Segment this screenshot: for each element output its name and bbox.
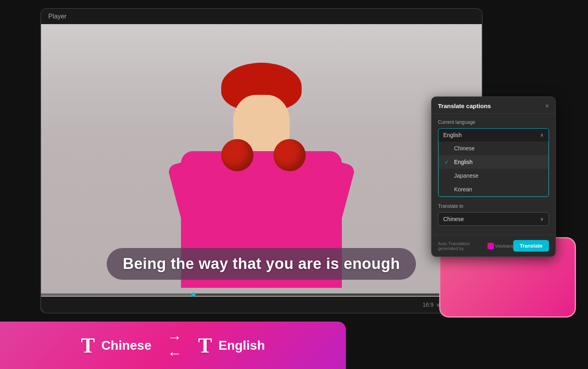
selected-language-text: English: [443, 132, 462, 138]
auto-translation-info: Auto Translation generated by Voictrans: [438, 241, 513, 251]
monitor-title-bar: Player: [41, 9, 482, 24]
panel-title: Translate captions: [438, 102, 491, 109]
auto-translation-label: Auto Translation generated by: [438, 241, 486, 251]
language-option-korean-label: Korean: [454, 186, 472, 193]
target-lang-label: English: [218, 338, 265, 353]
dropdown-selected-value[interactable]: English ∧: [438, 129, 549, 141]
source-lang-label: Chinese: [101, 338, 151, 353]
aspect-ratio-label: 16:9: [423, 301, 434, 308]
translate-panel: Translate captions × Current language En…: [431, 96, 556, 257]
translate-to-value: Chinese: [443, 216, 464, 222]
video-area: Being the way that you are is enough: [41, 24, 482, 312]
monitor-bottom-bar: 16:9 ∨ ⛶: [41, 297, 482, 313]
voictrans-brand-name: Voictrans: [495, 244, 513, 248]
progress-indicator: [191, 293, 195, 297]
dropdown-arrow-up-icon: ∧: [540, 132, 544, 138]
close-button[interactable]: ×: [545, 103, 549, 109]
scene: Player Being the way that you are is eno…: [0, 0, 588, 369]
target-t-icon: T: [198, 334, 212, 357]
current-language-label: Current language: [438, 119, 549, 125]
panel-footer: Auto Translation generated by Voictrans …: [432, 235, 555, 256]
monitor: Player Being the way that you are is eno…: [40, 8, 483, 314]
translate-to-section: Translate to Chinese ∨: [438, 203, 549, 226]
target-lang-block: T English: [198, 334, 265, 357]
source-lang-block: T Chinese: [81, 334, 151, 357]
translate-to-arrow-icon: ∨: [540, 216, 544, 222]
current-language-dropdown[interactable]: English ∧ Chinese ✓ English Japanese: [438, 128, 549, 197]
language-option-japanese[interactable]: Japanese: [439, 169, 548, 182]
rose-right: [273, 139, 306, 171]
caption-overlay: Being the way that you are is enough: [107, 248, 416, 280]
voictrans-logo: Voictrans: [487, 243, 513, 249]
language-option-chinese-label: Chinese: [454, 145, 475, 152]
translate-to-label: Translate to: [438, 203, 549, 209]
arrow-left-icon: ←: [167, 346, 182, 361]
translation-bar: T Chinese → ← T English: [0, 322, 346, 369]
progress-bar-container[interactable]: [41, 293, 482, 296]
arrows-block: → ←: [167, 330, 182, 361]
panel-body: Current language English ∧ Chinese ✓ Eng…: [432, 114, 555, 232]
dropdown-options-list: Chinese ✓ English Japanese Korean: [438, 141, 549, 197]
check-icon-english: ✓: [444, 159, 451, 165]
language-option-japanese-label: Japanese: [454, 172, 479, 179]
language-option-english-label: English: [454, 159, 473, 165]
rose-left: [221, 139, 253, 171]
progress-bar-fill: [41, 293, 195, 296]
panel-header: Translate captions ×: [432, 97, 555, 114]
source-t-icon: T: [81, 334, 95, 357]
language-option-chinese[interactable]: Chinese: [439, 141, 548, 155]
arrow-right-icon: →: [167, 330, 182, 344]
language-option-english[interactable]: ✓ English: [439, 155, 548, 169]
translate-button[interactable]: Translate: [513, 240, 549, 252]
language-option-korean[interactable]: Korean: [439, 182, 548, 196]
caption-text: Being the way that you are is enough: [123, 255, 400, 272]
translate-to-dropdown[interactable]: Chinese ∨: [438, 212, 549, 226]
monitor-title: Player: [48, 13, 66, 20]
voictrans-icon: [487, 243, 494, 249]
